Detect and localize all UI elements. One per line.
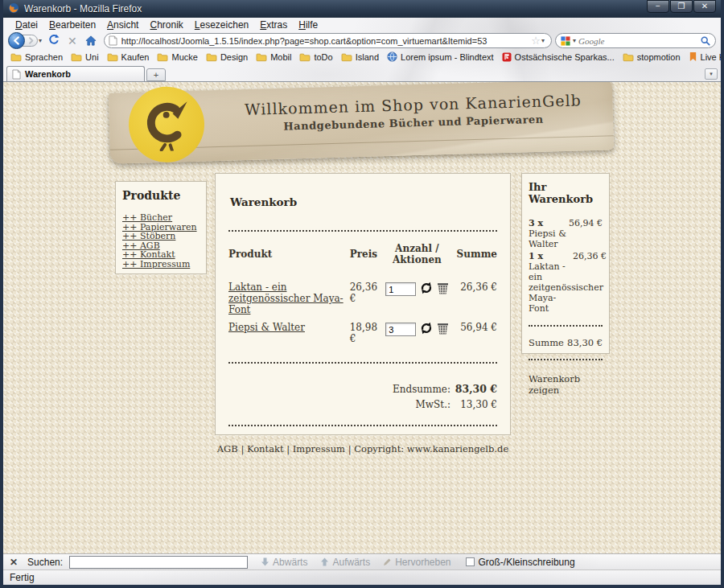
cart-heading: Warenkorb <box>230 195 497 208</box>
find-next-label: Abwärts <box>273 557 307 568</box>
tab-warenkorb[interactable]: Warenkorb <box>6 66 145 81</box>
link-impressum[interactable]: ++ Impressum <box>122 260 200 269</box>
bookmark-live-konzert[interactable]: Live Konzert Video Stre... <box>685 51 721 62</box>
find-close-button[interactable]: ✕ <box>10 557 18 568</box>
bookmark-sparkasse[interactable]: Ostsächsische Sparkas... <box>498 52 619 62</box>
dotted-divider <box>529 359 603 360</box>
bookmark-kaufen[interactable]: Kaufen <box>103 52 154 62</box>
find-input[interactable] <box>69 556 248 569</box>
menu-lesezeichen[interactable]: Lesezeichen <box>189 19 254 31</box>
home-button[interactable] <box>81 35 101 46</box>
bookmark-lorem-ipsum[interactable]: Lorem ipsum - Blindtext <box>383 51 498 62</box>
menu-datei[interactable]: Datei <box>10 19 43 31</box>
stop-button[interactable]: ✕ <box>64 35 81 47</box>
minicart-item: 1 x Laktan - ein zeitgenössischer Maya-F… <box>529 251 603 314</box>
search-input[interactable] <box>578 36 701 46</box>
bookmark-mucke[interactable]: Mucke <box>153 52 201 62</box>
find-label: Suchen: <box>27 557 63 568</box>
back-button[interactable] <box>8 32 25 49</box>
search-bar[interactable]: ▾ <box>555 33 716 48</box>
quantity-input[interactable] <box>385 323 416 336</box>
bookmark-stopmotion[interactable]: stopmotion <box>619 52 685 62</box>
url-dropdown[interactable]: ▾ <box>541 37 547 44</box>
bookmark-label: Kaufen <box>121 52 150 62</box>
page-icon <box>12 69 21 80</box>
find-prev-button[interactable]: Aufwärts <box>320 557 370 568</box>
find-prev-label: Aufwärts <box>332 557 370 568</box>
menu-extras[interactable]: Extras <box>254 19 293 31</box>
minicart-price: 26,36 € <box>573 251 607 261</box>
link-stoebern[interactable]: ++ Stöbern <box>122 232 200 241</box>
bookmark-label: Ostsächsische Sparkas... <box>515 52 615 62</box>
minicart-panel: Ihr Warenkorb 3 x Piepsi & Walter 56,94 … <box>521 173 610 354</box>
menu-chronik[interactable]: Chronik <box>144 19 188 31</box>
firefox-icon <box>8 2 19 16</box>
home-icon <box>85 35 97 46</box>
update-quantity-button[interactable] <box>420 322 433 337</box>
url-input[interactable] <box>121 36 532 46</box>
menu-ansicht[interactable]: Ansicht <box>101 19 144 31</box>
bookmark-label: Mucke <box>171 52 197 62</box>
delete-item-button[interactable] <box>437 322 449 337</box>
tab-label: Warenkorb <box>25 69 71 79</box>
dotted-divider <box>228 362 497 364</box>
bookmark-uni[interactable]: Uni <box>67 52 103 62</box>
bookmark-todo[interactable]: toDo <box>295 52 336 62</box>
arrow-up-icon <box>320 557 329 566</box>
search-engine-dropdown[interactable]: ▾ <box>572 37 578 44</box>
menu-bearbeiten[interactable]: Bearbeiten <box>43 19 101 31</box>
delete-item-button[interactable] <box>437 282 449 297</box>
link-kontakt[interactable]: ++ Kontakt <box>122 250 200 260</box>
minicart-name: Piepsi & Walter <box>529 228 566 249</box>
window-title: Warenkorb - Mozilla Firefox <box>24 3 142 14</box>
folder-icon <box>10 52 22 62</box>
bookmark-mobil[interactable]: Mobil <box>252 52 295 62</box>
minicart-name: Laktan - ein zeitgenössischer Maya-Font <box>529 261 603 314</box>
folder-icon <box>206 52 217 62</box>
link-buecher[interactable]: ++ Bücher <box>122 213 200 223</box>
find-bar: ✕ Suchen: Abwärts Aufwärts Hervorheben G… <box>3 553 721 569</box>
show-cart-link[interactable]: Warenkorb zeigen <box>529 373 603 396</box>
product-link[interactable]: Laktan - ein zeitgenössischer Maya-Font <box>228 282 343 315</box>
titlebar[interactable]: Warenkorb - Mozilla Firefox − ❐ ✕ <box>3 0 721 18</box>
back-arrow-icon <box>12 36 21 45</box>
summe-label: Summe <box>529 337 564 348</box>
bookmark-sprachen[interactable]: Sprachen <box>6 52 67 62</box>
bookmark-star-icon[interactable]: ☆ <box>531 35 541 46</box>
bookmark-design[interactable]: Design <box>202 52 252 62</box>
product-sum: 56,94 € <box>453 319 497 347</box>
mwst-label: MwSt.: <box>416 399 450 410</box>
arrow-down-icon <box>261 557 269 566</box>
url-bar[interactable]: ☆ ▾ <box>104 33 552 48</box>
highlight-all-button[interactable]: Hervorheben <box>383 557 450 568</box>
col-preis: Preis <box>350 232 381 278</box>
list-all-tabs-button[interactable]: ▾ <box>705 68 718 80</box>
product-link[interactable]: Piepsi & Walter <box>228 322 305 333</box>
cart-row-piepsi: Piepsi & Walter 18,98 € 56,94 € <box>228 319 497 347</box>
folder-icon <box>623 52 634 62</box>
update-quantity-button[interactable] <box>420 282 433 297</box>
maximize-button[interactable]: ❐ <box>670 0 693 13</box>
folder-icon <box>341 52 352 62</box>
new-tab-button[interactable]: + <box>146 68 166 81</box>
bookmark-label: Sprachen <box>25 52 63 62</box>
reload-button[interactable] <box>44 34 64 47</box>
close-button[interactable]: ✕ <box>693 0 716 13</box>
cart-panel: Warenkorb Produkt Preis Anzahl / Aktione… <box>215 173 511 435</box>
minimize-button[interactable]: − <box>647 0 669 13</box>
history-dropdown[interactable]: ▾ <box>38 37 44 44</box>
cart-table-header: Produkt Preis Anzahl / Aktionen Summe <box>228 232 497 278</box>
cart-row-laktan: Laktan - ein zeitgenössischer Maya-Font … <box>228 278 497 319</box>
menu-hilfe[interactable]: Hilfe <box>293 19 323 31</box>
summe-value: 83,30 € <box>567 337 603 348</box>
quantity-input[interactable] <box>385 282 416 296</box>
bookmark-island[interactable]: Island <box>337 52 383 62</box>
bookmark-label: Uni <box>85 52 99 62</box>
minicart-heading: Ihr Warenkorb <box>529 181 603 205</box>
dotted-divider <box>228 425 497 426</box>
status-bar: Fertig <box>3 569 721 585</box>
shop-banner: Willkommen im Shop von KanarienGelb Hand… <box>109 81 614 164</box>
match-case-checkbox[interactable]: Groß-/Kleinschreibung <box>466 557 575 568</box>
kanariengelb-logo <box>128 85 206 163</box>
find-next-button[interactable]: Abwärts <box>261 557 307 568</box>
